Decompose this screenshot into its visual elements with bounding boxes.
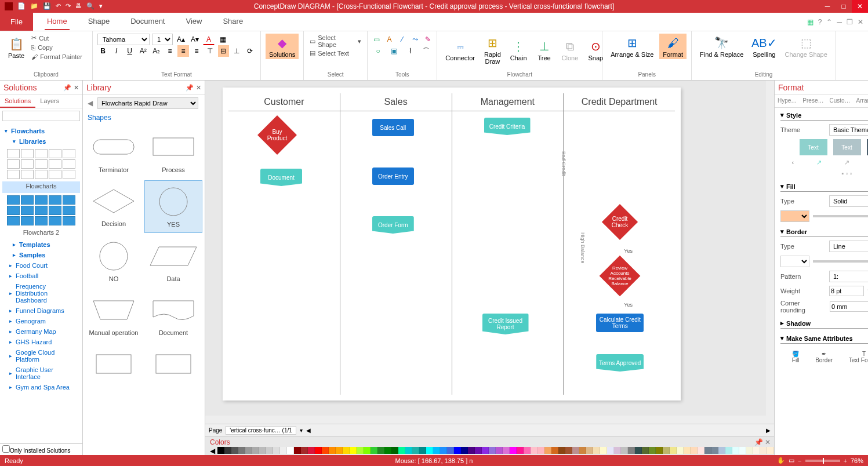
solutions-search-input[interactable] (2, 111, 80, 121)
shape-decision[interactable]: Decision (85, 180, 142, 233)
sol-gcp[interactable]: Google Cloud Platform (2, 347, 80, 365)
node-review-balance[interactable]: Review Accounts Receivable Balance (600, 256, 641, 297)
qat-save-icon[interactable]: 💾 (43, 2, 51, 10)
corner-input[interactable] (830, 301, 868, 312)
node-credit-report[interactable]: Credit Issued Report (482, 314, 529, 334)
color-swatch[interactable] (377, 447, 384, 454)
tab-share[interactable]: Share (220, 13, 245, 30)
color-swatch[interactable] (405, 447, 412, 454)
color-swatch[interactable] (266, 447, 273, 454)
sol-football[interactable]: Football (2, 271, 80, 281)
color-swatch[interactable] (670, 447, 677, 454)
color-swatch[interactable] (301, 447, 308, 454)
theme-nav-left[interactable]: ‹ (791, 159, 794, 166)
node-buy-product[interactable]: Buy Product (257, 115, 297, 155)
page-nav-prev[interactable]: ◀ (306, 427, 311, 434)
color-swatch[interactable] (489, 447, 496, 454)
change-shape-button[interactable]: ⬚Change Shape (781, 34, 830, 59)
window-restore-icon[interactable]: ❐ (847, 18, 853, 26)
color-swatch[interactable] (364, 447, 371, 454)
tool-image-icon[interactable]: ▣ (388, 45, 400, 57)
color-swatch[interactable] (447, 447, 454, 454)
page-nav-next[interactable]: ▶ (766, 427, 771, 434)
qat-more-icon[interactable]: ▾ (99, 2, 103, 10)
color-swatch[interactable] (294, 447, 301, 454)
qat-undo-icon[interactable]: ↶ (56, 2, 61, 10)
color-swatch[interactable] (579, 447, 586, 454)
font-grow-icon[interactable]: A▴ (175, 34, 187, 45)
layers-tab[interactable]: Layers (35, 95, 64, 108)
theme-select[interactable]: Basic Theme (829, 124, 868, 136)
samples-item[interactable]: Samples (2, 250, 80, 260)
color-swatch[interactable] (496, 447, 503, 454)
font-size-select[interactable]: 11 (152, 34, 173, 45)
color-swatch[interactable] (732, 447, 739, 454)
chain-button[interactable]: ⋮Chain (507, 37, 531, 63)
color-swatch[interactable] (315, 447, 322, 454)
color-swatch[interactable] (517, 447, 524, 454)
format-panel-button[interactable]: 🖌Format (659, 34, 687, 59)
solutions-tab[interactable]: Solutions (0, 95, 35, 108)
color-swatch[interactable] (704, 447, 711, 454)
color-swatch[interactable] (739, 447, 746, 454)
color-swatch[interactable] (461, 447, 468, 454)
color-swatch[interactable] (426, 447, 433, 454)
color-swatch[interactable] (280, 447, 287, 454)
clone-button[interactable]: ⧉Clone (558, 37, 582, 63)
color-swatch[interactable] (663, 447, 670, 454)
color-swatch[interactable] (537, 447, 544, 454)
border-header[interactable]: Border (786, 228, 807, 235)
theme-preset-2[interactable]: Text (833, 139, 861, 155)
color-swatch[interactable] (698, 447, 704, 454)
color-palette[interactable]: ◀ (208, 447, 774, 455)
tree-button[interactable]: ⊥Tree (533, 37, 556, 63)
tab-shape[interactable]: Shape (86, 13, 112, 30)
valign-top-button[interactable]: ⊤ (205, 45, 216, 57)
sol-funnel[interactable]: Funnel Diagrams (2, 305, 80, 316)
minimize-button[interactable]: ─ (819, 0, 836, 13)
palette-nav-left[interactable]: ◀ (208, 447, 217, 455)
shadow-header[interactable]: Shadow (786, 320, 811, 327)
status-hand-icon[interactable]: ✋ (777, 457, 785, 464)
node-document[interactable]: Document (260, 169, 302, 186)
shape-extra2[interactable] (144, 343, 202, 384)
page-tab-dropdown[interactable]: ▾ (300, 427, 303, 434)
tab-view[interactable]: View (183, 13, 204, 30)
status-pointer-icon[interactable]: ▭ (789, 457, 794, 464)
shapes-header[interactable]: Shapes (83, 111, 205, 124)
fp-tab-hyperlinks[interactable]: Hype… (775, 95, 800, 107)
tab-document[interactable]: Document (128, 13, 167, 30)
zoom-out-button[interactable]: − (798, 457, 801, 464)
align-left-button[interactable]: ≡ (164, 45, 175, 57)
page-tab[interactable]: 'ertical cross-func… (1/1 (226, 426, 296, 435)
color-swatch[interactable] (760, 447, 767, 454)
color-swatch[interactable] (238, 447, 245, 454)
sol-freq-dist[interactable]: Frequency Distribution Dashboard (2, 281, 80, 305)
zoom-slider[interactable] (805, 460, 840, 462)
border-opacity-slider[interactable] (813, 260, 868, 263)
font-color-icon[interactable]: A (203, 34, 215, 45)
italic-button[interactable]: I (111, 45, 122, 57)
find-replace-button[interactable]: 🔭Find & Replace (696, 34, 747, 59)
only-installed-checkbox[interactable] (2, 445, 10, 453)
fp-tab-arrange[interactable]: Arran… (854, 95, 868, 107)
bold-button[interactable]: B (97, 45, 108, 57)
superscript-button[interactable]: A² (137, 45, 148, 57)
color-swatch[interactable] (621, 447, 628, 454)
weight-input[interactable] (829, 286, 864, 296)
pin-icon[interactable]: 📌 (186, 84, 194, 92)
shape-no[interactable]: NO (85, 235, 142, 287)
v-scrollbar[interactable] (766, 81, 774, 416)
sol-ghs[interactable]: GHS Hazard (2, 337, 80, 347)
color-swatch[interactable] (412, 447, 419, 454)
align-center-button[interactable]: ≡ (177, 45, 188, 57)
color-swatch[interactable] (475, 447, 482, 454)
tool-text-icon[interactable]: A (385, 34, 393, 45)
msa-border[interactable]: ✒Border (815, 351, 833, 363)
color-swatch[interactable] (391, 447, 398, 454)
shading-icon[interactable]: ▦ (217, 34, 228, 45)
help-icon[interactable]: ? (818, 18, 822, 26)
shape-extra1[interactable] (85, 343, 142, 384)
msa-text[interactable]: TText Format (849, 351, 868, 363)
color-swatch[interactable] (725, 447, 732, 454)
